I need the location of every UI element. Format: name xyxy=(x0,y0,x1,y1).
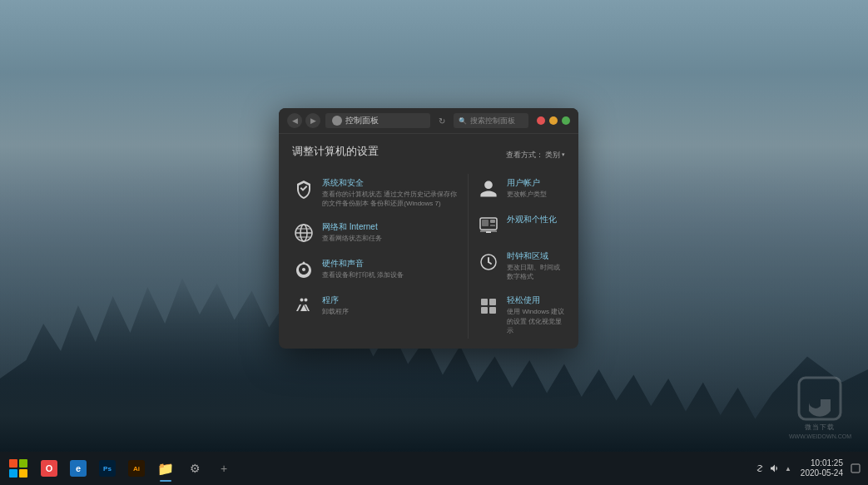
view-mode-toggle[interactable]: 查看方式： 类别 ▾ xyxy=(506,150,565,161)
tray-up-arrow[interactable]: ▲ xyxy=(782,463,794,474)
clock-content: 时钟和区域 更改日期、时间或数字格式 xyxy=(507,250,565,281)
weidown-logo: 微当下载 WWW.WEIDOWN.COM xyxy=(789,376,851,439)
start-tile-green xyxy=(19,459,27,468)
windows-logo xyxy=(9,459,27,478)
start-tile-red xyxy=(9,459,17,468)
user-accounts-content: 用户帐户 更改帐户类型 xyxy=(507,177,565,199)
address-bar[interactable]: 控制面板 xyxy=(325,113,430,128)
settings-icon: ⚙ xyxy=(186,460,203,477)
page-heading: 调整计算机的设置 xyxy=(292,144,379,159)
address-icon xyxy=(332,116,342,126)
taskbar-settings[interactable]: ⚙ xyxy=(181,453,209,483)
svg-rect-19 xyxy=(481,307,488,314)
taskbar-folder[interactable]: 📁 xyxy=(151,453,180,483)
photoshop-icon: Ps xyxy=(99,460,116,477)
programs-icon xyxy=(292,294,315,318)
programs-desc: 卸载程序 xyxy=(322,307,459,316)
system-security-icon xyxy=(292,177,315,200)
svg-rect-12 xyxy=(486,231,491,233)
svg-point-16 xyxy=(488,261,489,263)
network-desc: 查看网络状态和任务 xyxy=(322,234,459,243)
category-appearance[interactable]: 外观和个性化 xyxy=(477,210,565,240)
programs-title[interactable]: 程序 xyxy=(322,294,459,305)
search-placeholder: 搜索控制面板 xyxy=(470,116,515,126)
office-icon: O xyxy=(41,460,57,477)
hardware-content: 硬件和声音 查看设备和打印机 添加设备 xyxy=(322,258,459,280)
left-categories: 系统和安全 查看你的计算机状态 通过文件历史记录保存你的文件备份副本 备份和还原… xyxy=(292,174,459,339)
appearance-content: 外观和个性化 xyxy=(507,214,565,226)
forward-button[interactable]: ▶ xyxy=(305,113,320,128)
appearance-title[interactable]: 外观和个性化 xyxy=(507,214,565,225)
ease-access-title[interactable]: 轻松使用 xyxy=(507,294,565,305)
edge-icon: e xyxy=(70,460,87,477)
category-hardware[interactable]: 硬件和声音 查看设备和打印机 添加设备 xyxy=(292,255,459,285)
category-network[interactable]: 网络和 Internet 查看网络状态和任务 xyxy=(292,218,459,248)
window-controls xyxy=(537,116,570,125)
clock-desc: 更改日期、时间或数字格式 xyxy=(507,263,565,281)
user-accounts-desc: 更改帐户类型 xyxy=(507,190,565,199)
tray-notification-icon[interactable] xyxy=(850,463,861,474)
category-clock-region[interactable]: 时钟和区域 更改日期、时间或数字格式 xyxy=(477,247,565,285)
hardware-desc: 查看设备和打印机 添加设备 xyxy=(322,270,459,280)
category-programs[interactable]: 程序 卸载程序 xyxy=(292,291,459,321)
maximize-button[interactable] xyxy=(562,116,570,125)
taskbar-office[interactable]: O xyxy=(35,453,63,483)
logo-url: WWW.WEIDOWN.COM xyxy=(789,433,851,439)
svg-rect-8 xyxy=(482,220,489,226)
tray-network-icon[interactable] xyxy=(754,463,766,474)
clock-region-icon xyxy=(477,250,500,274)
svg-rect-18 xyxy=(489,299,496,305)
taskbar-illustrator[interactable]: Ai xyxy=(122,453,151,483)
system-security-desc: 查看你的计算机状态 通过文件历史记录保存你的文件备份副本 备份和还原(Windo… xyxy=(322,190,459,208)
category-ease-access[interactable]: 轻松使用 使用 Windows 建议的设置 优化视觉显示 xyxy=(477,291,565,339)
minimize-button[interactable] xyxy=(549,116,558,125)
appearance-icon xyxy=(477,214,500,237)
logo-brand: 微当下载 xyxy=(805,423,835,432)
column-divider xyxy=(468,174,469,339)
refresh-button[interactable]: ↻ xyxy=(435,114,449,127)
start-tile-yellow xyxy=(19,469,27,478)
network-content: 网络和 Internet 查看网络状态和任务 xyxy=(322,221,459,243)
back-button[interactable]: ◀ xyxy=(287,113,302,128)
svg-point-6 xyxy=(303,262,305,265)
user-accounts-title[interactable]: 用户帐户 xyxy=(507,177,565,188)
svg-rect-10 xyxy=(490,225,495,226)
network-title[interactable]: 网络和 Internet xyxy=(322,221,459,232)
tray-volume-icon[interactable] xyxy=(768,463,780,474)
nav-buttons: ◀ ▶ xyxy=(287,113,320,128)
category-user-accounts[interactable]: 用户帐户 更改帐户类型 xyxy=(477,174,565,204)
ease-access-desc: 使用 Windows 建议的设置 优化视觉显示 xyxy=(507,307,565,335)
tray-icons: ▲ xyxy=(754,463,794,474)
tray-clock[interactable]: 10:01:25 2020-05-24 xyxy=(797,458,846,478)
taskbar-apps: O e Ps Ai 📁 ⚙ xyxy=(35,453,752,483)
taskbar-add[interactable]: + xyxy=(210,453,238,483)
view-mode-label: 查看方式： xyxy=(506,150,543,161)
hardware-title[interactable]: 硬件和声音 xyxy=(322,258,459,269)
close-button[interactable] xyxy=(537,116,545,125)
folder-icon: 📁 xyxy=(157,460,174,477)
hardware-icon xyxy=(292,258,315,281)
add-icon: + xyxy=(216,460,232,477)
system-security-title[interactable]: 系统和安全 xyxy=(322,177,459,188)
svg-rect-21 xyxy=(851,464,860,473)
user-accounts-icon xyxy=(477,177,500,200)
title-bar: ◀ ▶ 控制面板 ↻ 🔍 搜索控制面板 xyxy=(279,108,578,134)
control-panel-window: ◀ ▶ 控制面板 ↻ 🔍 搜索控制面板 调整计算机的设置 查看方式： 类别 ▾ xyxy=(279,108,578,349)
address-text: 控制面板 xyxy=(345,115,379,126)
svg-rect-17 xyxy=(481,299,488,305)
svg-rect-20 xyxy=(489,307,496,314)
header-row: 调整计算机的设置 查看方式： 类别 ▾ xyxy=(292,144,565,166)
system-tray: ▲ 10:01:25 2020-05-24 xyxy=(754,458,865,478)
ease-access-icon xyxy=(477,294,500,318)
programs-content: 程序 卸载程序 xyxy=(322,294,459,316)
clock-title[interactable]: 时钟和区域 xyxy=(507,250,565,261)
svg-rect-9 xyxy=(490,220,495,223)
taskbar: O e Ps Ai 📁 ⚙ xyxy=(0,452,868,485)
search-bar[interactable]: 🔍 搜索控制面板 xyxy=(454,113,528,128)
system-security-content: 系统和安全 查看你的计算机状态 通过文件历史记录保存你的文件备份副本 备份和还原… xyxy=(322,177,459,208)
taskbar-photoshop[interactable]: Ps xyxy=(93,453,122,483)
start-button[interactable] xyxy=(3,453,33,483)
category-system-security[interactable]: 系统和安全 查看你的计算机状态 通过文件历史记录保存你的文件备份副本 备份和还原… xyxy=(292,174,459,211)
categories-container: 系统和安全 查看你的计算机状态 通过文件历史记录保存你的文件备份副本 备份和还原… xyxy=(292,174,565,339)
taskbar-edge[interactable]: e xyxy=(64,453,92,483)
